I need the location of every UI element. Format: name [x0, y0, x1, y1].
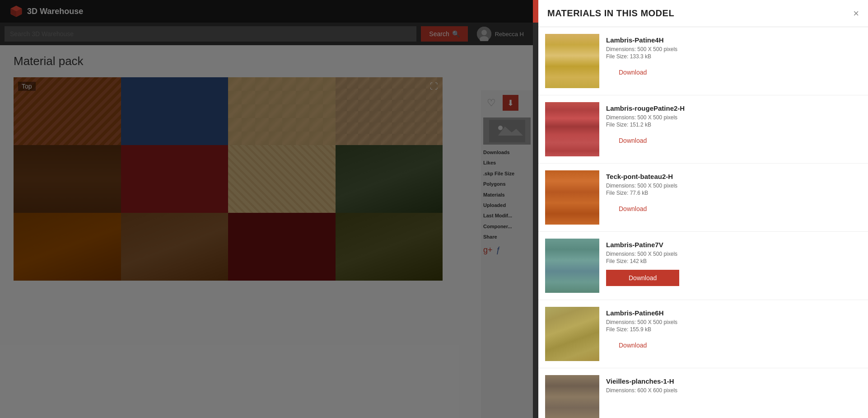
material-thumb-teck-pont	[545, 170, 599, 225]
materials-list[interactable]: Lambris-Patine4H Dimensions: 500 X 500 p…	[538, 27, 868, 418]
material-item-teck-pont: Teck-pont-bateau2-H Dimensions: 500 X 50…	[538, 164, 868, 232]
material-size-teck-pont: File Size: 77.6 kB	[606, 190, 859, 196]
material-name-lambris7v: Lambris-Patine7V	[606, 241, 859, 249]
material-info-vieilles: Vieilles-planches-1-H Dimensions: 600 X …	[606, 375, 859, 395]
material-info-lambris4h: Lambris-Patine4H Dimensions: 500 X 500 p…	[606, 34, 859, 80]
material-size-lambris6h: File Size: 155.9 kB	[606, 326, 859, 333]
panel-title: MATERIALS IN THIS MODEL	[547, 8, 674, 19]
panel-header: MATERIALS IN THIS MODEL ×	[538, 0, 868, 27]
material-info-lambris7v: Lambris-Patine7V Dimensions: 500 X 500 p…	[606, 239, 859, 286]
material-info-teck-pont: Teck-pont-bateau2-H Dimensions: 500 X 50…	[606, 170, 859, 216]
material-thumb-vieilles	[545, 375, 599, 418]
overlay-dim	[0, 0, 533, 418]
materials-panel: MATERIALS IN THIS MODEL × Lambris-Patine…	[538, 0, 868, 418]
material-dim-lambris-rouge: Dimensions: 500 X 500 pixels	[606, 114, 859, 121]
material-name-lambris-rouge: Lambris-rougePatine2-H	[606, 104, 859, 112]
material-info-lambris6h: Lambris-Patine6H Dimensions: 500 X 500 p…	[606, 307, 859, 352]
material-item-lambris6h: Lambris-Patine6H Dimensions: 500 X 500 p…	[538, 300, 868, 368]
material-dim-teck-pont: Dimensions: 500 X 500 pixels	[606, 183, 859, 189]
download-button-teck-pont[interactable]: Download	[606, 202, 659, 216]
material-dim-lambris4h: Dimensions: 500 X 500 pixels	[606, 46, 859, 52]
material-dim-lambris6h: Dimensions: 500 X 500 pixels	[606, 319, 859, 325]
download-button-lambris7v[interactable]: Download	[606, 270, 679, 286]
material-thumb-lambris6h	[545, 307, 599, 361]
material-size-lambris-rouge: File Size: 151.2 kB	[606, 122, 859, 128]
material-thumb-lambris4h	[545, 34, 599, 88]
material-thumb-lambris-rouge	[545, 102, 599, 156]
material-name-lambris4h: Lambris-Patine4H	[606, 36, 859, 44]
material-dim-vieilles: Dimensions: 600 X 600 pixels	[606, 387, 859, 394]
material-dim-lambris7v: Dimensions: 500 X 500 pixels	[606, 251, 859, 257]
material-item-lambris7v: Lambris-Patine7V Dimensions: 500 X 500 p…	[538, 232, 868, 300]
material-name-lambris6h: Lambris-Patine6H	[606, 309, 859, 317]
material-size-lambris7v: File Size: 142 kB	[606, 258, 859, 264]
download-button-lambris4h[interactable]: Download	[606, 65, 659, 80]
panel-close-button[interactable]: ×	[853, 9, 859, 19]
material-item-lambris-rouge: Lambris-rougePatine2-H Dimensions: 500 X…	[538, 95, 868, 164]
download-button-lambris6h[interactable]: Download	[606, 338, 659, 352]
download-button-lambris-rouge[interactable]: Download	[606, 133, 659, 148]
material-info-lambris-rouge: Lambris-rougePatine2-H Dimensions: 500 X…	[606, 102, 859, 148]
material-item-vieilles: Vieilles-planches-1-H Dimensions: 600 X …	[538, 368, 868, 418]
material-name-teck-pont: Teck-pont-bateau2-H	[606, 173, 859, 180]
material-size-lambris4h: File Size: 133.3 kB	[606, 53, 859, 60]
material-item-lambris4h: Lambris-Patine4H Dimensions: 500 X 500 p…	[538, 27, 868, 95]
material-name-vieilles: Vieilles-planches-1-H	[606, 377, 859, 385]
material-thumb-lambris7v	[545, 239, 599, 293]
